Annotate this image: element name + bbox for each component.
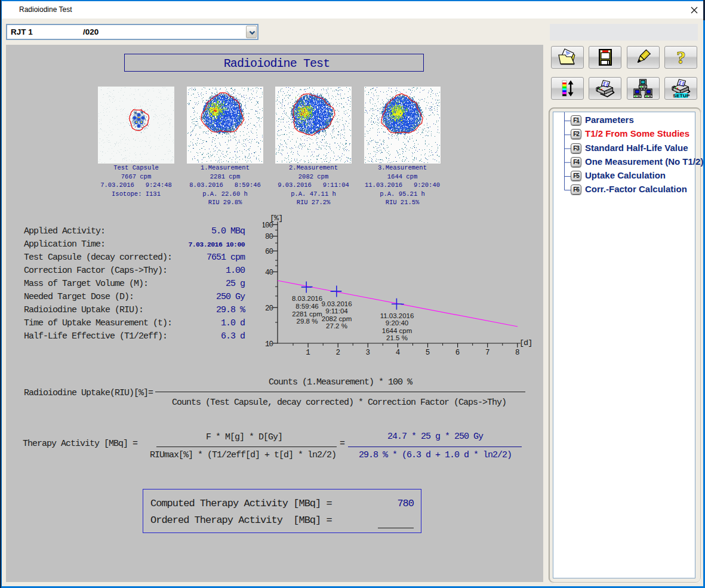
svg-text:8.03.2016: 8.03.2016 <box>292 295 322 302</box>
svg-text:3: 3 <box>366 349 371 357</box>
svg-text:21.5 %: 21.5 % <box>386 334 408 341</box>
svg-text:9.03.2016: 9.03.2016 <box>321 300 352 307</box>
svg-text:80: 80 <box>265 233 273 241</box>
svg-text:[%]: [%] <box>270 214 282 223</box>
svg-text:1: 1 <box>306 349 310 357</box>
svg-text:8:59:46: 8:59:46 <box>295 303 318 310</box>
svg-text:8: 8 <box>515 349 520 357</box>
svg-text:29.8 %: 29.8 % <box>297 318 318 325</box>
svg-text:4: 4 <box>396 349 401 357</box>
svg-text:1644 cpm: 1644 cpm <box>382 327 412 334</box>
svg-text:60: 60 <box>265 248 273 256</box>
svg-text:7: 7 <box>485 349 490 357</box>
svg-text:2281 cpm: 2281 cpm <box>292 310 322 318</box>
svg-text:[d]: [d] <box>519 338 532 347</box>
svg-text:40: 40 <box>265 269 273 277</box>
svg-text:27.2 %: 27.2 % <box>326 322 347 330</box>
svg-text:5: 5 <box>426 349 430 357</box>
svg-text:20: 20 <box>265 304 273 313</box>
svg-text:6: 6 <box>455 349 460 357</box>
svg-text:10: 10 <box>265 340 273 349</box>
svg-text:11.03.2016: 11.03.2016 <box>380 312 414 319</box>
svg-text:2: 2 <box>335 349 340 357</box>
svg-text:2082 cpm: 2082 cpm <box>322 315 352 322</box>
svg-text:SETUP: SETUP <box>673 93 690 98</box>
svg-text:9:11:04: 9:11:04 <box>325 307 348 315</box>
svg-text:9:20:40: 9:20:40 <box>386 319 408 327</box>
svg-text:?: ? <box>676 48 685 67</box>
